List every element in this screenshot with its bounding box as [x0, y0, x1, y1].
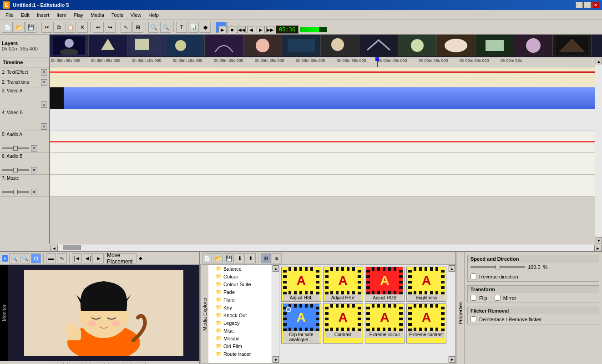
maximize-button[interactable]: □	[584, 2, 591, 8]
menu-media[interactable]: Media	[87, 11, 108, 19]
bar-chart-btn[interactable]: ▬	[46, 253, 56, 263]
tree-item-route-tracer[interactable]: 📁Route tracer	[208, 350, 272, 358]
flip-checkbox[interactable]	[470, 295, 476, 301]
effect-adjust-hsl[interactable]: A Adjust HSL	[281, 267, 321, 302]
waveform-btn[interactable]: ∿	[57, 253, 67, 263]
crop-monitor[interactable]: ⊡	[31, 253, 41, 263]
vscroll-down[interactable]: ▼	[596, 237, 602, 243]
music-slider[interactable]	[2, 191, 29, 193]
layer-6-icon[interactable]: ≡	[31, 167, 37, 173]
effect-brightness[interactable]: A Brightness	[406, 267, 446, 302]
tree-item-old-film[interactable]: 📁Old Film	[208, 342, 272, 350]
zoom-in-monitor[interactable]: 🔍	[9, 253, 19, 263]
effect-adjust-rgb[interactable]: A Adjust RGB	[365, 267, 405, 302]
tree-item-fade[interactable]: 📁Fade	[208, 288, 272, 296]
grid-view-btn[interactable]: ⊞	[261, 253, 271, 263]
media-save-btn[interactable]: 💾	[224, 253, 234, 263]
trim-btn2[interactable]: ◄|	[83, 253, 93, 263]
layer-3-icon[interactable]: ≡	[41, 101, 47, 108]
reverse-checkbox[interactable]	[470, 273, 476, 279]
menu-file[interactable]: File	[2, 11, 17, 19]
audio-b-slider[interactable]	[2, 169, 29, 171]
grid-scroll-down[interactable]: ▼	[449, 356, 455, 363]
zoom-out-monitor[interactable]: 🔍	[20, 253, 30, 263]
layer-5-icon[interactable]: ≡	[31, 145, 37, 152]
hscroll-left[interactable]: ◄	[51, 245, 58, 251]
effect-extreme-contrast[interactable]: A Extreme contrast	[406, 303, 446, 344]
tree-item-key[interactable]: 📁Key	[208, 303, 272, 311]
transport-rw-btn[interactable]: ◀	[247, 26, 255, 33]
layer-7-icon[interactable]: ≡	[31, 189, 37, 195]
menu-edit[interactable]: Edit	[17, 11, 33, 19]
transport-prev-btn[interactable]: ◀◀	[238, 26, 246, 33]
grid-scroll-up[interactable]: ▲	[449, 265, 455, 272]
tree-item-colour-suite[interactable]: 📁Colour Suite	[208, 280, 272, 288]
trim-btn3[interactable]: ►	[94, 253, 104, 263]
tree-scroll-down[interactable]: ▼	[273, 356, 279, 363]
effect-extreme-colour[interactable]: A Extreme colour	[365, 303, 405, 344]
paste-button[interactable]: 📋	[65, 22, 76, 33]
media-open-btn[interactable]: 📂	[213, 253, 223, 263]
diamond-tool[interactable]: ◆	[200, 22, 211, 33]
minimize-button[interactable]: _	[576, 2, 583, 8]
tree-item-misc[interactable]: 📁Misc	[208, 327, 272, 334]
menu-help[interactable]: Help	[145, 11, 162, 19]
transport-next-btn[interactable]: ▶▶	[266, 26, 274, 33]
media-export-btn[interactable]: ⬆	[246, 253, 256, 263]
menu-item[interactable]: Item	[53, 11, 70, 19]
hscroll-thumb[interactable]	[63, 245, 81, 250]
effect-adjust-hsv[interactable]: A Adjust HSV	[323, 267, 363, 302]
tree-item-balance[interactable]: 📁Balance	[208, 265, 272, 273]
arrow-tool[interactable]: ↖	[121, 22, 132, 33]
effect-clip-safe[interactable]: A Clip for safe analogue ...	[281, 303, 321, 344]
timeline-vscroll[interactable]: ▲ ▼	[595, 57, 602, 244]
move-placement-button[interactable]: Move Placement	[105, 253, 137, 263]
deinterlace-checkbox[interactable]	[470, 316, 476, 322]
copy-button[interactable]: ⧉	[53, 22, 64, 33]
toolbar: 📄 📂 💾 ✂ ⧉ 📋 ✕ ↩ ↪ ↖ ⊞ 🔍 🔍 T 📊 ◆ ◀ ▶ ▶ ■ …	[0, 20, 602, 35]
tree-item-legacy[interactable]: 📁Legacy	[208, 319, 272, 327]
media-import-btn[interactable]: ⬇	[235, 253, 245, 263]
cut-button[interactable]: ✂	[41, 22, 52, 33]
grid-vscroll[interactable]: ▲ ▼	[448, 265, 455, 363]
zoom-out-button[interactable]: 🔍	[160, 22, 171, 33]
vscroll-up[interactable]: ▲	[596, 58, 602, 64]
layer-4-icon[interactable]: ≡	[41, 123, 47, 130]
layer-1-icon[interactable]: ≡	[41, 69, 47, 76]
undo-button[interactable]: ↩	[93, 22, 104, 33]
redo-button[interactable]: ↪	[105, 22, 116, 33]
chart-button[interactable]: 📊	[188, 22, 199, 33]
save-button[interactable]: 💾	[25, 22, 36, 33]
tree-scroll-up[interactable]: ▲	[273, 265, 279, 272]
layer-2-icon[interactable]: ≡	[41, 79, 47, 86]
tree-item-flare[interactable]: 📁Flare	[208, 296, 272, 303]
new-button[interactable]: 📄	[2, 22, 13, 33]
transport-stop-btn[interactable]: ■	[228, 26, 236, 33]
select-tool[interactable]: ⊞	[132, 22, 143, 33]
effect-contrast[interactable]: A Contrast	[323, 303, 363, 344]
zoom-in-button[interactable]: 🔍	[148, 22, 159, 33]
monitor-sep2	[69, 253, 70, 263]
speed-slider[interactable]	[470, 266, 525, 268]
hscroll-right[interactable]: ►	[594, 245, 602, 251]
trim-btn1[interactable]: |◄	[72, 253, 82, 263]
open-button[interactable]: 📂	[14, 22, 25, 33]
tree-item-mosaic[interactable]: 📁Mosaic	[208, 334, 272, 342]
tree-item-colour[interactable]: 📁Colour	[208, 273, 272, 280]
menu-view[interactable]: View	[127, 11, 145, 19]
mirror-checkbox[interactable]	[495, 295, 501, 301]
text-tool[interactable]: T	[176, 22, 187, 33]
close-button[interactable]: ✕	[592, 2, 599, 8]
menu-insert[interactable]: Insert	[33, 11, 53, 19]
media-new-btn[interactable]: 📄	[202, 253, 212, 263]
video-a-clip[interactable]	[64, 87, 602, 109]
menu-tools[interactable]: Tools	[108, 11, 127, 19]
audio-a-slider[interactable]	[2, 147, 29, 149]
delete-button[interactable]: ✕	[77, 22, 88, 33]
transport-ff-btn[interactable]: ▶	[257, 26, 265, 33]
menu-play[interactable]: Play	[70, 11, 87, 19]
list-view-btn[interactable]: ≡	[272, 253, 282, 263]
tree-item-knockout[interactable]: 📁Knock Out	[208, 311, 272, 319]
tree-vscroll[interactable]: ▲ ▼	[272, 265, 279, 363]
transport-play-btn[interactable]: ▶	[218, 26, 227, 33]
